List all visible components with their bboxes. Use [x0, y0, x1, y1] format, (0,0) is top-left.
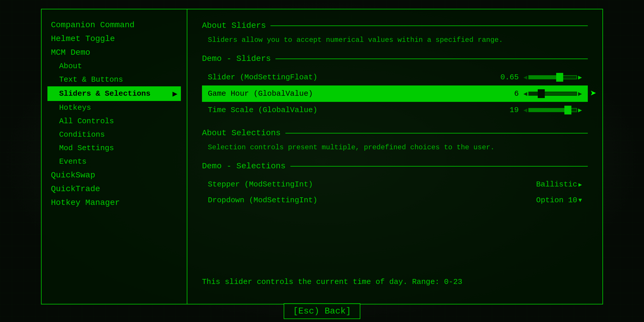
demo-sliders-title: Demo - Sliders: [202, 54, 271, 63]
selection-label: Dropdown (ModSettingInt): [208, 196, 536, 205]
nav-item-quicktrade[interactable]: QuickTrade: [47, 182, 181, 196]
selection-label: Stepper (ModSettingInt): [208, 180, 536, 189]
back-button[interactable]: [Esc) Back]: [284, 303, 360, 319]
left-panel: Companion CommandHelmet ToggleMCM DemoAb…: [41, 9, 187, 304]
slider-control[interactable]: ◀▶: [523, 105, 582, 115]
slider-right-arrow-icon: ▶: [578, 73, 582, 81]
about-selections-desc: Selection controls present multiple, pre…: [202, 143, 588, 151]
nav-item-about[interactable]: About: [47, 59, 181, 73]
demo-sliders-section: Demo - Sliders Slider (ModSettingFloat)0…: [202, 54, 588, 118]
slider-left-arrow-icon: ◀: [523, 90, 527, 98]
cursor-arrow-icon: ➤: [590, 87, 597, 100]
nav-item-conditions[interactable]: Conditions: [47, 128, 181, 141]
nav-selected-arrow: ▶: [172, 89, 177, 99]
slider-left-arrow-icon: ◀: [523, 73, 527, 81]
slider-track: [528, 108, 577, 112]
slider-right-arrow-icon: ▶: [578, 106, 582, 114]
demo-selections-header: Demo - Selections: [202, 162, 588, 171]
about-selections-line: [285, 133, 588, 133]
about-selections-title: About Selections: [202, 129, 281, 138]
bottom-description: This slider controls the current time of…: [202, 278, 588, 286]
slider-value: 19: [510, 106, 519, 114]
about-sliders-section: About Sliders Sliders allow you to accep…: [202, 21, 588, 44]
slider-label: Game Hour (GlobalValue): [208, 89, 514, 98]
slider-track: [528, 92, 577, 96]
nav-item-text-buttons[interactable]: Text & Buttons: [47, 73, 181, 86]
nav-item-quickswap[interactable]: QuickSwap: [47, 168, 181, 182]
main-container: Companion CommandHelmet ToggleMCM DemoAb…: [41, 9, 603, 304]
slider-thumb: [538, 89, 545, 98]
selection-row-dropdown[interactable]: Dropdown (ModSettingInt)Option 10▼: [202, 192, 588, 208]
nav-item-hotkey-manager[interactable]: Hotkey Manager: [47, 196, 181, 210]
selection-row-stepper[interactable]: Stepper (ModSettingInt)Ballistic▶: [202, 177, 588, 192]
slider-left-arrow-icon: ◀: [523, 106, 527, 114]
demo-sliders-line: [275, 59, 588, 59]
slider-row-slider-time-scale[interactable]: Time Scale (GlobalValue)19◀▶: [202, 102, 588, 118]
right-panel: About Sliders Sliders allow you to accep…: [187, 9, 603, 304]
slider-row-slider-game-hour[interactable]: Game Hour (GlobalValue)6◀▶➤: [202, 85, 588, 102]
demo-selections-line: [290, 166, 588, 167]
nav-item-mod-settings[interactable]: Mod Settings: [47, 141, 181, 155]
about-sliders-desc: Sliders allow you to accept numerical va…: [202, 36, 588, 44]
about-sliders-header: About Sliders: [202, 21, 588, 30]
slider-fill: [529, 109, 568, 112]
about-selections-header: About Selections: [202, 129, 588, 138]
slider-value: 6: [514, 89, 519, 98]
selection-arrow-icon: ▼: [578, 197, 582, 204]
nav-item-all-controls[interactable]: All Controls: [47, 114, 181, 128]
nav-item-mcm-demo[interactable]: MCM Demo: [47, 46, 181, 59]
demo-selections-section: Demo - Selections Stepper (ModSettingInt…: [202, 162, 588, 208]
slider-control[interactable]: ◀▶: [523, 73, 582, 82]
demo-selections-title: Demo - Selections: [202, 162, 286, 171]
slider-thumb: [564, 106, 571, 114]
slider-track: [528, 75, 577, 79]
selection-value: Ballistic: [536, 180, 577, 189]
about-selections-section: About Selections Selection controls pres…: [202, 129, 588, 151]
nav-item-helmet-toggle[interactable]: Helmet Toggle: [47, 32, 181, 46]
slider-label: Slider (ModSettingFloat): [208, 73, 501, 82]
bottom-bar: [Esc) Back]: [0, 303, 644, 319]
slider-label: Time Scale (GlobalValue): [208, 106, 510, 114]
slider-fill: [529, 76, 560, 79]
nav-item-hotkeys[interactable]: Hotkeys: [47, 101, 181, 114]
slider-right-arrow-icon: ▶: [578, 90, 582, 98]
selection-value: Option 10: [536, 196, 577, 205]
nav-item-label: Sliders & Selections: [59, 89, 150, 98]
slider-thumb: [556, 73, 563, 82]
about-sliders-line: [270, 25, 588, 26]
nav-item-companion-command[interactable]: Companion Command: [47, 18, 181, 32]
about-sliders-title: About Sliders: [202, 21, 266, 30]
nav-item-sliders-selections[interactable]: Sliders & Selections▶: [47, 86, 181, 101]
slider-row-slider-float[interactable]: Slider (ModSettingFloat)0.65◀▶: [202, 69, 588, 85]
slider-value: 0.65: [501, 73, 519, 82]
selection-arrow-icon: ▶: [578, 181, 582, 188]
demo-sliders-header: Demo - Sliders: [202, 54, 588, 63]
nav-item-events[interactable]: Events: [47, 155, 181, 168]
slider-control[interactable]: ◀▶: [523, 89, 582, 98]
